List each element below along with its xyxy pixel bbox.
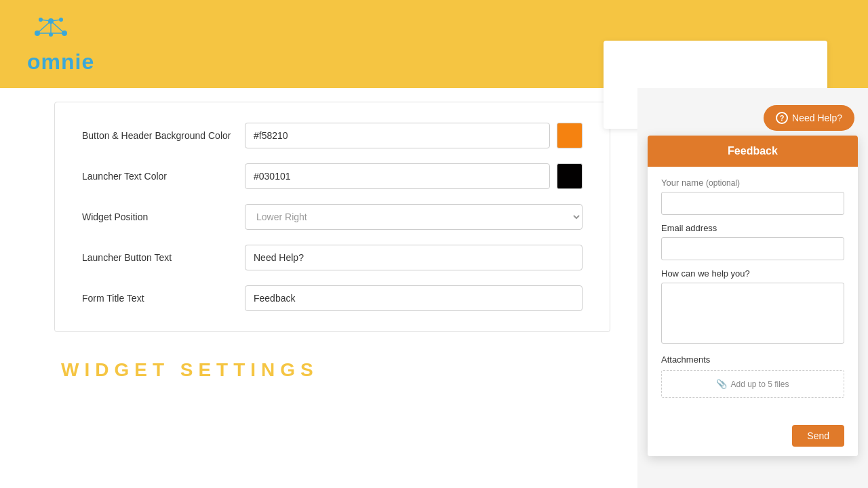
label-text-color: Launcher Text Color (82, 171, 245, 182)
label-position: Widget Position (82, 211, 245, 222)
launcher-text-input[interactable] (245, 245, 583, 270)
left-panel: Button & Header Background Color Launche… (0, 88, 637, 488)
send-button[interactable]: Send (792, 425, 844, 447)
your-name-label: Your name (optional) (661, 178, 844, 188)
widget-settings-title: WIDGET SETTINGS (54, 359, 610, 381)
label-bg-color: Button & Header Background Color (82, 130, 245, 141)
position-wrapper: Lower Right Lower Left Upper Right Upper… (245, 204, 583, 230)
svg-line-6 (37, 21, 51, 33)
launcher-text-wrapper (245, 245, 583, 270)
form-title-row: Form Title Text (82, 285, 583, 311)
text-color-wrapper (245, 163, 583, 189)
your-name-input[interactable] (661, 192, 844, 215)
logo-icon (27, 14, 75, 48)
color-row-text: Launcher Text Color (82, 163, 583, 189)
position-select[interactable]: Lower Right Lower Left Upper Right Upper… (245, 204, 583, 230)
logo: omnie (27, 14, 94, 75)
main-content: Button & Header Background Color Launche… (0, 88, 868, 488)
attachments-area[interactable]: 📎 Add up to 5 files (661, 370, 844, 398)
label-launcher-text: Launcher Button Text (82, 252, 245, 263)
feedback-body: Your name (optional) Email address How c… (648, 167, 858, 418)
color-row-bg: Button & Header Background Color (82, 123, 583, 148)
form-title-wrapper (245, 285, 583, 311)
right-panel: ? Need Help? Feedback Your name (optiona… (637, 88, 868, 488)
launcher-text-row: Launcher Button Text (82, 245, 583, 270)
attachments-hint: Add up to 5 files (730, 380, 789, 389)
logo-text: omnie (27, 49, 94, 75)
label-form-title: Form Title Text (82, 293, 245, 304)
feedback-widget-header: Feedback (648, 136, 858, 167)
text-color-swatch[interactable] (557, 163, 583, 189)
feedback-widget: Feedback Your name (optional) Email addr… (648, 136, 858, 456)
form-title-input[interactable] (245, 285, 583, 311)
text-color-input[interactable] (245, 163, 550, 189)
question-icon: ? (776, 112, 788, 124)
attachments-label: Attachments (661, 354, 844, 365)
help-textarea[interactable] (661, 283, 844, 344)
header: omnie (0, 0, 868, 88)
bg-color-wrapper (245, 123, 583, 148)
feedback-footer: Send (648, 418, 858, 456)
bg-color-input[interactable] (245, 123, 550, 148)
svg-line-7 (51, 21, 64, 33)
email-input[interactable] (661, 237, 844, 260)
settings-form: Button & Header Background Color Launche… (54, 102, 610, 332)
feedback-title: Feedback (728, 145, 778, 157)
email-label: Email address (661, 223, 844, 233)
position-row: Widget Position Lower Right Lower Left U… (82, 204, 583, 230)
need-help-button[interactable]: ? Need Help? (764, 105, 854, 131)
help-label: How can we help you? (661, 268, 844, 279)
paperclip-icon: 📎 (716, 379, 727, 389)
bg-color-swatch[interactable] (557, 123, 583, 148)
need-help-label: Need Help? (792, 113, 842, 123)
